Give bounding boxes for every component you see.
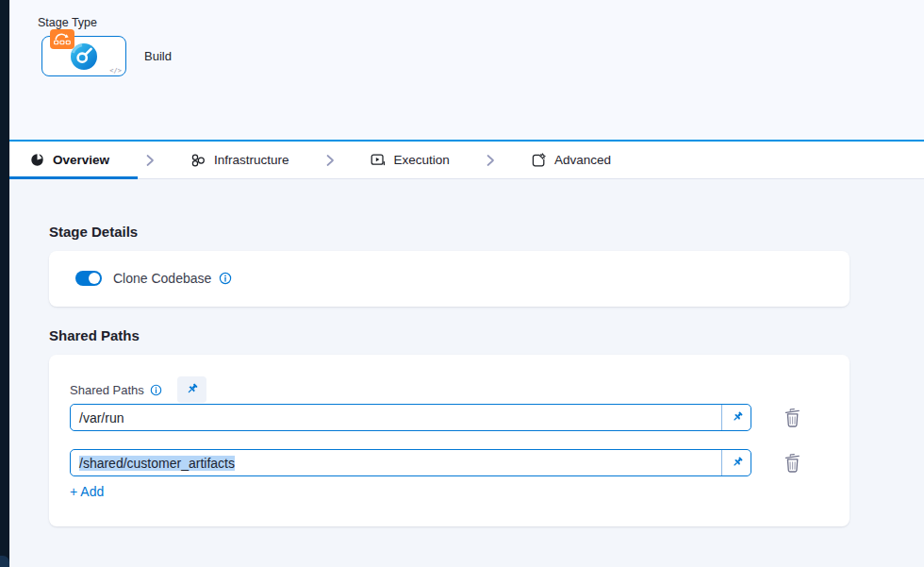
tab-execution[interactable]: Execution: [371, 153, 450, 168]
info-icon[interactable]: [150, 384, 162, 396]
shared-path-value: /shared/customer_artifacts: [71, 450, 721, 475]
shared-paths-field-label-row: Shared Paths: [70, 376, 206, 403]
tab-infrastructure-label: Infrastructure: [214, 153, 289, 167]
advanced-gear-icon: [531, 153, 546, 168]
clone-codebase-toggle[interactable]: [75, 271, 102, 286]
trash-icon: [784, 408, 801, 427]
chevron-right-icon: [325, 154, 335, 167]
clone-codebase-label: Clone Codebase: [113, 271, 211, 286]
stage-config-screen: Stage Type: [0, 0, 924, 567]
tab-overview[interactable]: Overview: [30, 153, 109, 167]
stage-type-value: Build: [144, 49, 172, 63]
tab-overview-label: Overview: [53, 153, 109, 167]
shared-paths-card: Shared Paths: [49, 355, 850, 526]
input-pin-button[interactable]: [721, 405, 751, 430]
rail-bottom-shape: [0, 556, 9, 567]
shared-paths-field-label: Shared Paths: [70, 383, 144, 397]
delete-path-button[interactable]: [782, 453, 802, 474]
overview-pie-icon: [30, 153, 44, 167]
add-path-button[interactable]: + Add: [70, 484, 104, 499]
stage-type-card[interactable]: </>: [41, 36, 126, 76]
stage-details-heading: Stage Details: [49, 224, 138, 240]
tab-advanced-label: Advanced: [554, 153, 611, 167]
build-stage-icon: [70, 42, 98, 71]
tab-infrastructure[interactable]: Infrastructure: [190, 153, 289, 168]
infrastructure-cluster-icon: [190, 153, 206, 168]
clone-codebase-row: Clone Codebase: [75, 271, 232, 286]
shared-path-row: /shared/customer_artifacts: [70, 449, 802, 476]
overview-tab-content: Stage Details Clone Codebase Shared Path…: [9, 179, 924, 567]
chevron-right-icon: [486, 154, 495, 167]
shared-path-input[interactable]: /shared/customer_artifacts: [70, 449, 751, 476]
input-pin-button[interactable]: [721, 450, 751, 475]
stage-type-section: Stage Type: [9, 0, 924, 140]
chevron-right-icon: [145, 154, 155, 167]
tab-advanced[interactable]: Advanced: [531, 153, 611, 168]
pin-icon: [184, 382, 199, 397]
runtime-input-pin-button[interactable]: [177, 376, 206, 403]
yaml-code-glyph-icon: </>: [109, 67, 122, 75]
execution-play-icon: [371, 153, 386, 168]
stage-type-label: Stage Type: [38, 16, 97, 29]
collapsed-sidebar-rail: [0, 0, 9, 567]
trash-icon: [784, 453, 801, 473]
shared-path-row: /var/run: [70, 404, 802, 431]
tab-execution-label: Execution: [394, 153, 450, 167]
shared-path-value: /var/run: [71, 405, 721, 430]
shared-paths-heading: Shared Paths: [49, 327, 140, 343]
info-icon[interactable]: [219, 272, 232, 285]
pin-icon: [730, 410, 744, 425]
stage-tab-bar: Overview Infrastructure Execution: [0, 140, 924, 179]
active-tab-underline: [9, 176, 138, 179]
stage-details-card: Clone Codebase: [49, 251, 850, 307]
delete-path-button[interactable]: [782, 408, 802, 428]
shared-path-input[interactable]: /var/run: [70, 404, 751, 431]
selected-text: /shared/customer_artifacts: [79, 456, 235, 471]
pin-icon: [730, 456, 744, 470]
toggle-knob: [89, 273, 100, 284]
